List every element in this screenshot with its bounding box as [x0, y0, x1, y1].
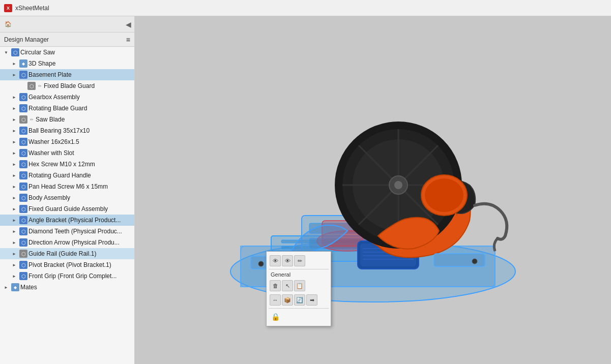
ctx-icon-delete[interactable]: 🗑 — [270, 280, 281, 291]
icon-washer-slot — [19, 149, 27, 157]
tree-item-fixed-blade-guard[interactable]: ✏ Fixed Blade Guard — [0, 80, 134, 92]
tree-item-body-assembly[interactable]: Body Assembly — [0, 192, 134, 203]
toggle-ball-bearing[interactable] — [10, 127, 18, 135]
tree-item-hex-screw[interactable]: Hex Screw M10 x 12mm — [0, 159, 134, 170]
label-ball-bearing: Ball Bearing 35x17x10 — [28, 127, 90, 134]
context-menu-row-lock: 🔒 — [269, 310, 329, 324]
context-menu-divider-2 — [269, 308, 329, 309]
tree-item-pan-head-screw[interactable]: Pan Head Screw M6 x 15mm — [0, 181, 134, 192]
toggle-body-assembly[interactable] — [10, 194, 18, 202]
toggle-gearbox-assembly[interactable] — [10, 93, 18, 101]
toggle-fixed-blade-guard — [18, 82, 26, 90]
icon-ball-bearing — [19, 127, 27, 135]
tree-item-gearbox-assembly[interactable]: Gearbox Assembly — [0, 92, 134, 103]
design-manager-menu-icon[interactable]: ≡ — [126, 36, 130, 44]
tree-item-ball-bearing[interactable]: Ball Bearing 35x17x10 — [0, 125, 134, 136]
svg-rect-30 — [434, 254, 485, 266]
tree-item-rotating-guard-handle[interactable]: Rotating Guard Handle — [0, 170, 134, 181]
context-menu-divider-1 — [269, 269, 329, 269]
tree-item-rotating-blade-guard[interactable]: Rotating Blade Guard — [0, 103, 134, 114]
viewport[interactable]: 👁 👁 ✏ General 🗑 ↖ 📋 ↔ 📦 🔄 ➡ — [135, 16, 611, 364]
tree-item-direction-arrow[interactable]: Direction Arrow (Physical Produ... — [0, 237, 134, 248]
icon-saw-blade — [19, 115, 27, 124]
label-saw-blade: Saw Blade — [36, 116, 65, 123]
ctx-icon-undo[interactable]: ↖ — [282, 280, 293, 291]
icon-mates — [11, 283, 19, 291]
label-3d-shape: 3D Shape — [28, 60, 55, 67]
icon-rotating-guard-handle — [19, 171, 27, 179]
label-direction-arrow: Direction Arrow (Physical Produ... — [28, 239, 120, 246]
svg-point-31 — [258, 261, 264, 266]
toggle-angle-bracket[interactable] — [10, 216, 18, 224]
icon-front-grip — [19, 272, 27, 280]
context-menu[interactable]: 👁 👁 ✏ General 🗑 ↖ 📋 ↔ 📦 🔄 ➡ — [266, 251, 331, 326]
toggle-diamond-teeth[interactable] — [10, 227, 18, 235]
label-circular-saw: Circular Saw — [20, 49, 55, 56]
toggle-mates[interactable] — [2, 283, 10, 291]
label-washer-slot: Washer with Slot — [28, 149, 74, 157]
tree-item-washer-slot[interactable]: Washer with Slot — [0, 147, 134, 159]
toggle-3d-shape[interactable] — [10, 59, 18, 68]
context-menu-row-2: 🗑 ↖ 📋 — [269, 279, 329, 293]
ctx-icon-move[interactable]: ↔ — [270, 294, 281, 306]
svg-point-25 — [394, 181, 402, 189]
ctx-icon-group[interactable]: 📦 — [282, 294, 293, 306]
toggle-circular-saw[interactable] — [2, 48, 10, 56]
toggle-guide-rail[interactable] — [10, 250, 18, 258]
toggle-rotating-blade-guard[interactable] — [10, 104, 18, 112]
tree-item-diamond-teeth[interactable]: Diamond Teeth (Physical Produc... — [0, 226, 134, 237]
icon-washer-16 — [19, 138, 27, 146]
collapse-sidebar-button[interactable]: ◀ — [126, 20, 131, 28]
label-gearbox-assembly: Gearbox Assembly — [28, 94, 80, 101]
toggle-rotating-guard-handle[interactable] — [10, 171, 18, 179]
ctx-icon-copy[interactable]: 📋 — [294, 280, 305, 291]
toggle-washer-slot[interactable] — [10, 149, 18, 157]
label-front-grip: Front Grip (Front Grip Complet... — [28, 272, 117, 280]
main-layout: 🏠 ◀ Design Manager ≡ Circular Saw 3D Sha… — [0, 16, 611, 364]
tree-item-3d-shape[interactable]: 3D Shape — [0, 58, 134, 69]
label-diamond-teeth: Diamond Teeth (Physical Produc... — [28, 228, 122, 235]
sidebar-home-icon[interactable]: 🏠 — [3, 19, 13, 29]
tree-item-fixed-guard-guide[interactable]: Fixed Guard Guide Assembly — [0, 203, 134, 215]
tree-container[interactable]: Circular Saw 3D Shape Basement Plate ✏ F… — [0, 47, 134, 364]
icon-circular-saw — [11, 48, 19, 56]
icon-diamond-teeth — [19, 227, 27, 235]
ctx-icon-properties[interactable]: ✏ — [294, 255, 305, 266]
icon-angle-bracket — [19, 216, 27, 224]
toggle-fixed-guard-guide[interactable] — [10, 205, 18, 213]
toggle-front-grip[interactable] — [10, 272, 18, 280]
tree-item-guide-rail[interactable]: Guide Rail (Guide Rail.1) — [0, 248, 134, 259]
context-menu-general-label: General — [269, 270, 329, 279]
svg-point-28 — [425, 178, 463, 212]
toggle-basement-plate[interactable] — [10, 71, 18, 79]
toggle-pivot-bracket[interactable] — [10, 261, 18, 269]
tree-item-angle-bracket[interactable]: Angle Bracket (Physical Product... — [0, 215, 134, 226]
app-icon: X — [4, 4, 12, 12]
label-body-assembly: Body Assembly — [28, 194, 70, 201]
ctx-icon-lock[interactable]: 🔒 — [270, 311, 281, 322]
toggle-hex-screw[interactable] — [10, 160, 18, 168]
sidebar: 🏠 ◀ Design Manager ≡ Circular Saw 3D Sha… — [0, 16, 135, 364]
tree-item-basement-plate[interactable]: Basement Plate — [0, 69, 134, 80]
icon-direction-arrow — [19, 238, 27, 247]
cad-viewport-svg — [200, 58, 546, 322]
icon-hex-screw — [19, 160, 27, 168]
label-washer-16: Washer 16x26x1.5 — [28, 138, 79, 145]
cad-scene — [135, 16, 611, 364]
tree-item-saw-blade[interactable]: ✏ Saw Blade — [0, 114, 134, 125]
toggle-saw-blade[interactable] — [10, 115, 18, 124]
label-mates: Mates — [20, 284, 37, 291]
tree-item-washer-16[interactable]: Washer 16x26x1.5 — [0, 136, 134, 147]
toggle-direction-arrow[interactable] — [10, 238, 18, 247]
tree-item-circular-saw[interactable]: Circular Saw — [0, 47, 134, 58]
toggle-pan-head-screw[interactable] — [10, 183, 18, 191]
ctx-icon-rotate[interactable]: 🔄 — [294, 294, 305, 306]
tree-item-pivot-bracket[interactable]: Pivot Bracket (Pivot Bracket.1) — [0, 259, 134, 270]
tree-item-front-grip[interactable]: Front Grip (Front Grip Complet... — [0, 270, 134, 282]
tree-item-mates[interactable]: Mates — [0, 282, 134, 293]
ctx-icon-arrow[interactable]: ➡ — [306, 294, 317, 306]
ctx-icon-edit[interactable]: 👁 — [282, 255, 293, 266]
ctx-icon-view[interactable]: 👁 — [270, 255, 281, 266]
toggle-washer-16[interactable] — [10, 138, 18, 146]
label-hex-screw: Hex Screw M10 x 12mm — [28, 161, 95, 168]
